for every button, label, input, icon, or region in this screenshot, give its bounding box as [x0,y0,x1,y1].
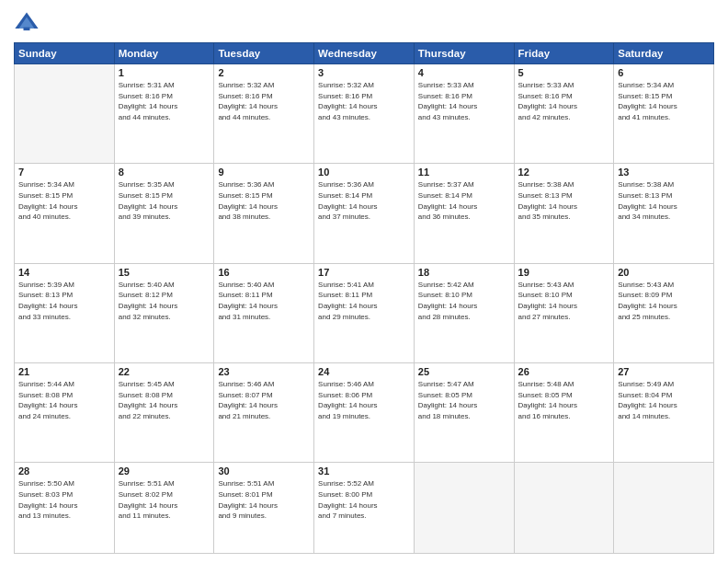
day-number: 4 [418,67,510,78]
day-info: Sunrise: 5:32 AMSunset: 8:16 PMDaylight:… [318,80,410,122]
calendar-cell: 14Sunrise: 5:39 AMSunset: 8:13 PMDayligh… [15,263,115,362]
calendar-cell: 20Sunrise: 5:43 AMSunset: 8:09 PMDayligh… [614,263,714,362]
calendar-header-monday: Monday [114,43,214,64]
calendar-cell: 16Sunrise: 5:40 AMSunset: 8:11 PMDayligh… [214,263,314,362]
calendar-cell: 11Sunrise: 5:37 AMSunset: 8:14 PMDayligh… [414,164,514,263]
day-number: 1 [119,67,210,78]
day-number: 24 [318,366,410,377]
day-number: 15 [119,267,210,278]
day-info: Sunrise: 5:48 AMSunset: 8:05 PMDaylight:… [518,379,610,421]
day-number: 29 [119,465,210,477]
day-info: Sunrise: 5:44 AMSunset: 8:08 PMDaylight:… [18,379,110,421]
day-number: 10 [318,167,410,178]
day-number: 27 [618,366,710,377]
day-number: 7 [18,167,110,178]
day-number: 21 [18,366,110,377]
day-info: Sunrise: 5:52 AMSunset: 8:00 PMDaylight:… [318,478,410,521]
calendar-cell: 26Sunrise: 5:48 AMSunset: 8:05 PMDayligh… [514,363,614,463]
logo-area [14,9,43,35]
calendar-cell: 23Sunrise: 5:46 AMSunset: 8:07 PMDayligh… [214,363,314,463]
day-info: Sunrise: 5:51 AMSunset: 8:02 PMDaylight:… [119,478,210,521]
logo-icon [14,9,40,35]
calendar-header-saturday: Saturday [614,43,714,64]
day-number: 30 [218,465,310,477]
calendar-cell: 17Sunrise: 5:41 AMSunset: 8:11 PMDayligh… [314,263,415,362]
calendar-cell: 8Sunrise: 5:35 AMSunset: 8:15 PMDaylight… [114,164,214,263]
day-number: 19 [518,267,610,278]
calendar-cell: 6Sunrise: 5:34 AMSunset: 8:15 PMDaylight… [614,64,714,164]
day-info: Sunrise: 5:35 AMSunset: 8:15 PMDaylight:… [119,179,210,222]
calendar-cell: 31Sunrise: 5:52 AMSunset: 8:00 PMDayligh… [314,463,415,554]
day-info: Sunrise: 5:43 AMSunset: 8:10 PMDaylight:… [518,280,610,322]
day-number: 2 [218,67,310,78]
calendar-cell: 27Sunrise: 5:49 AMSunset: 8:04 PMDayligh… [614,363,714,463]
day-info: Sunrise: 5:36 AMSunset: 8:15 PMDaylight:… [218,179,310,222]
calendar-cell: 5Sunrise: 5:33 AMSunset: 8:16 PMDaylight… [514,64,614,164]
calendar-cell: 15Sunrise: 5:40 AMSunset: 8:12 PMDayligh… [114,263,214,362]
calendar-cell: 13Sunrise: 5:38 AMSunset: 8:13 PMDayligh… [614,164,714,263]
calendar-week-row: 21Sunrise: 5:44 AMSunset: 8:08 PMDayligh… [15,363,714,463]
calendar-cell: 18Sunrise: 5:42 AMSunset: 8:10 PMDayligh… [414,263,514,362]
calendar-header-tuesday: Tuesday [214,43,314,64]
day-number: 9 [218,167,310,178]
day-info: Sunrise: 5:51 AMSunset: 8:01 PMDaylight:… [218,478,310,521]
day-info: Sunrise: 5:49 AMSunset: 8:04 PMDaylight:… [618,379,710,421]
page: SundayMondayTuesdayWednesdayThursdayFrid… [0,0,728,563]
day-number: 25 [418,366,510,377]
day-number: 8 [119,167,210,178]
day-number: 6 [618,67,710,78]
calendar-week-row: 14Sunrise: 5:39 AMSunset: 8:13 PMDayligh… [15,263,714,362]
calendar-cell [614,463,714,554]
calendar-cell: 22Sunrise: 5:45 AMSunset: 8:08 PMDayligh… [114,363,214,463]
day-number: 5 [518,67,610,78]
calendar-cell: 30Sunrise: 5:51 AMSunset: 8:01 PMDayligh… [214,463,314,554]
calendar-header-friday: Friday [514,43,614,64]
calendar-cell: 4Sunrise: 5:33 AMSunset: 8:16 PMDaylight… [414,64,514,164]
calendar-header-row: SundayMondayTuesdayWednesdayThursdayFrid… [15,43,714,64]
calendar-header-sunday: Sunday [15,43,115,64]
day-info: Sunrise: 5:40 AMSunset: 8:12 PMDaylight:… [119,280,210,322]
calendar-cell [414,463,514,554]
day-info: Sunrise: 5:34 AMSunset: 8:15 PMDaylight:… [618,80,710,122]
calendar-cell: 1Sunrise: 5:31 AMSunset: 8:16 PMDaylight… [114,64,214,164]
day-number: 17 [318,267,410,278]
calendar-header-wednesday: Wednesday [314,43,415,64]
day-info: Sunrise: 5:45 AMSunset: 8:08 PMDaylight:… [119,379,210,421]
calendar-cell [514,463,614,554]
day-info: Sunrise: 5:40 AMSunset: 8:11 PMDaylight:… [218,280,310,322]
day-info: Sunrise: 5:32 AMSunset: 8:16 PMDaylight:… [218,80,310,122]
calendar-week-row: 7Sunrise: 5:34 AMSunset: 8:15 PMDaylight… [15,164,714,263]
calendar-cell: 24Sunrise: 5:46 AMSunset: 8:06 PMDayligh… [314,363,415,463]
day-info: Sunrise: 5:42 AMSunset: 8:10 PMDaylight:… [418,280,510,322]
svg-rect-2 [24,28,30,30]
calendar-cell [15,64,115,164]
calendar-cell: 21Sunrise: 5:44 AMSunset: 8:08 PMDayligh… [15,363,115,463]
day-number: 18 [418,267,510,278]
day-info: Sunrise: 5:33 AMSunset: 8:16 PMDaylight:… [518,80,610,122]
day-number: 11 [418,167,510,178]
day-number: 23 [218,366,310,377]
day-info: Sunrise: 5:36 AMSunset: 8:14 PMDaylight:… [318,179,410,222]
day-info: Sunrise: 5:41 AMSunset: 8:11 PMDaylight:… [318,280,410,322]
day-info: Sunrise: 5:33 AMSunset: 8:16 PMDaylight:… [418,80,510,122]
day-number: 28 [18,465,110,477]
day-number: 22 [119,366,210,377]
day-number: 31 [318,465,410,477]
day-number: 12 [518,167,610,178]
calendar-cell: 19Sunrise: 5:43 AMSunset: 8:10 PMDayligh… [514,263,614,362]
day-info: Sunrise: 5:38 AMSunset: 8:13 PMDaylight:… [518,179,610,222]
day-info: Sunrise: 5:37 AMSunset: 8:14 PMDaylight:… [418,179,510,222]
calendar-cell: 2Sunrise: 5:32 AMSunset: 8:16 PMDaylight… [214,64,314,164]
day-number: 26 [518,366,610,377]
calendar-cell: 3Sunrise: 5:32 AMSunset: 8:16 PMDaylight… [314,64,415,164]
calendar-week-row: 1Sunrise: 5:31 AMSunset: 8:16 PMDaylight… [15,64,714,164]
day-info: Sunrise: 5:50 AMSunset: 8:03 PMDaylight:… [18,478,110,521]
day-number: 13 [618,167,710,178]
calendar-cell: 12Sunrise: 5:38 AMSunset: 8:13 PMDayligh… [514,164,614,263]
calendar-cell: 9Sunrise: 5:36 AMSunset: 8:15 PMDaylight… [214,164,314,263]
day-info: Sunrise: 5:46 AMSunset: 8:07 PMDaylight:… [218,379,310,421]
day-info: Sunrise: 5:43 AMSunset: 8:09 PMDaylight:… [618,280,710,322]
calendar-week-row: 28Sunrise: 5:50 AMSunset: 8:03 PMDayligh… [15,463,714,554]
day-number: 16 [218,267,310,278]
day-number: 3 [318,67,410,78]
